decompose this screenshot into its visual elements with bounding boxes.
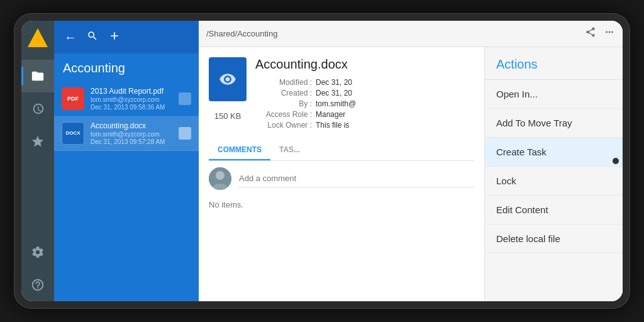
action-lock[interactable]: Lock [485, 167, 623, 196]
pdf-file-date: Dec 31, 2013 09:58:36 AM [91, 104, 172, 111]
file-info-pdf: 2013 Audit Report.pdf tom.smith@xyzcorp.… [91, 87, 172, 111]
search-button[interactable] [84, 28, 101, 47]
tablet-frame: ← Accounting PDF [14, 13, 630, 309]
actions-panel: Actions Open In... Add To Move Tray Crea… [484, 47, 623, 301]
file-detail-main: 150 KB Accounting.docx Modified : Dec 31… [199, 47, 484, 301]
action-add-to-move-tray[interactable]: Add To Move Tray [485, 109, 623, 138]
detail-file-name: Accounting.docx [255, 57, 474, 72]
file-item-docx[interactable]: DOCX Accounting.docx tom.smith@xyzcorp.c… [54, 116, 199, 151]
modified-label: Modified : [255, 78, 312, 87]
access-role-value: Manager [316, 110, 345, 119]
comment-input[interactable] [238, 170, 474, 187]
docx-file-checkbox[interactable] [179, 127, 191, 140]
folder-name: Accounting [54, 53, 199, 82]
meta-by: By : tom.smith@ [255, 99, 474, 108]
detail-tabs: COMMENTS TAS... [209, 140, 474, 161]
rail-icon-star[interactable] [21, 125, 54, 158]
rail-icon-recent[interactable] [21, 92, 54, 125]
file-panel: ← Accounting PDF [54, 21, 199, 301]
action-edit-content[interactable]: Edit Content [485, 196, 623, 225]
camera-dot [613, 158, 619, 164]
no-items-label: No items. [209, 200, 474, 209]
user-avatar [209, 167, 231, 190]
lock-owner-label: Lock Owner : [255, 121, 312, 130]
detail-topbar: /Shared/Accounting [199, 21, 623, 47]
modified-value: Dec 31, 20 [316, 78, 352, 87]
file-list: PDF 2013 Audit Report.pdf tom.smith@xyzc… [54, 82, 199, 301]
file-panel-header: ← [54, 21, 199, 53]
meta-lock-owner: Lock Owner : This file is [255, 121, 474, 130]
created-label: Created : [255, 89, 312, 97]
detail-content: 150 KB Accounting.docx Modified : Dec 31… [199, 47, 623, 301]
by-label: By : [255, 99, 312, 108]
tablet-screen: ← Accounting PDF [21, 21, 623, 301]
rail-icon-help[interactable] [21, 269, 54, 301]
svg-point-2 [216, 171, 225, 180]
access-role-label: Access Role : [255, 110, 312, 119]
app-logo [26, 27, 49, 50]
tab-tasks[interactable]: TAS... [270, 140, 309, 160]
comment-area [209, 167, 474, 190]
docx-file-owner: tom.smith@xyzcorp.com [91, 131, 172, 138]
by-value: tom.smith@ [316, 99, 356, 108]
meta-access-role: Access Role : Manager [255, 110, 474, 119]
file-item-pdf[interactable]: PDF 2013 Audit Report.pdf tom.smith@xyzc… [54, 82, 199, 116]
lock-owner-value: This file is [316, 121, 349, 130]
created-value: Dec 31, 20 [316, 89, 352, 97]
actions-title: Actions [485, 47, 623, 80]
pdf-icon: PDF [62, 87, 84, 110]
back-button[interactable]: ← [62, 28, 79, 47]
file-detail-info: Accounting.docx Modified : Dec 31, 20 Cr… [255, 57, 474, 131]
rail-icon-folder[interactable] [21, 60, 54, 92]
file-detail-header: 150 KB Accounting.docx Modified : Dec 31… [209, 57, 474, 131]
share-icon[interactable] [585, 26, 596, 41]
action-create-task[interactable]: Create Task [485, 138, 623, 167]
pdf-file-owner: tom.smith@xyzcorp.com [91, 96, 172, 103]
pdf-file-checkbox[interactable] [179, 92, 191, 105]
icon-rail [21, 21, 54, 301]
detail-panel: /Shared/Accounting [199, 21, 623, 301]
meta-created: Created : Dec 31, 20 [255, 89, 474, 97]
file-info-docx: Accounting.docx tom.smith@xyzcorp.com De… [91, 121, 172, 145]
file-size: 150 KB [214, 111, 242, 121]
docx-icon: DOCX [62, 122, 84, 145]
meta-table: Modified : Dec 31, 20 Created : Dec 31, … [255, 78, 474, 130]
pdf-file-name: 2013 Audit Report.pdf [91, 87, 172, 96]
meta-modified: Modified : Dec 31, 20 [255, 78, 474, 87]
topbar-icons [585, 26, 615, 41]
breadcrumb: /Shared/Accounting [206, 29, 277, 38]
action-delete-local-file[interactable]: Delete local file [485, 225, 623, 253]
docx-file-name: Accounting.docx [91, 121, 172, 130]
tab-comments[interactable]: COMMENTS [209, 140, 270, 160]
action-open-in[interactable]: Open In... [485, 80, 623, 109]
more-icon[interactable] [604, 26, 615, 41]
file-preview-icon [209, 57, 247, 101]
svg-marker-0 [28, 28, 48, 47]
add-button[interactable] [106, 27, 123, 48]
rail-icon-settings[interactable] [21, 236, 54, 269]
docx-file-date: Dec 31, 2013 09:57:28 AM [91, 138, 172, 145]
